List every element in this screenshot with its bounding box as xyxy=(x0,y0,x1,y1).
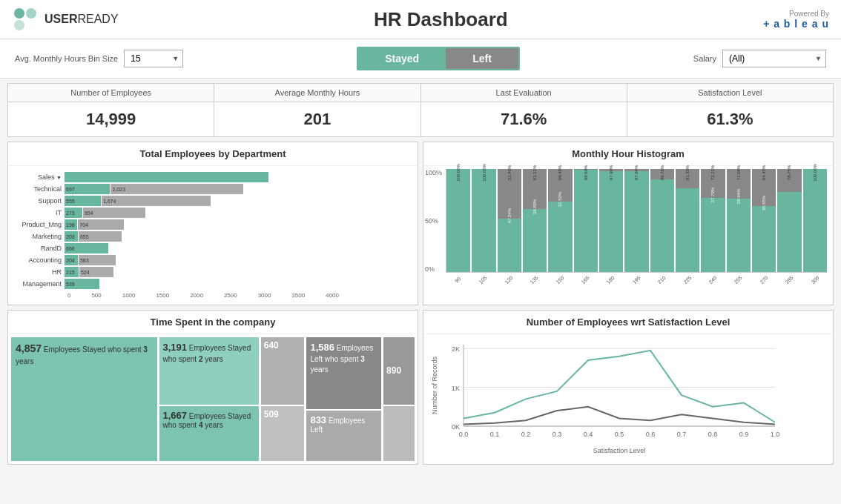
time-panel: Time Spent in the company 4,857 Employee… xyxy=(7,310,418,465)
svg-point-2 xyxy=(14,20,24,30)
svg-text:0.2: 0.2 xyxy=(521,431,531,438)
logo: USERREADY xyxy=(12,6,119,33)
tree-cell-7: 1,667 Employees Stayed who spent 4 years xyxy=(159,406,259,461)
tree-cell-2: 3,191 Employees Stayed who spent 2 years xyxy=(159,337,259,405)
svg-text:0.4: 0.4 xyxy=(584,431,593,438)
tree-col-4: 1,586 Employees Left who spent 3 years 8… xyxy=(306,337,381,461)
left-toggle-btn[interactable]: Left xyxy=(446,48,518,69)
tree-cell-3: 640 xyxy=(261,337,305,405)
histogram-panel: Monthly Hour Histogram 100%50%0% 100.00%… xyxy=(423,142,834,305)
kpi-evaluation: Last Evaluation 71.6% xyxy=(421,84,627,136)
salary-select-wrapper: (All) Low Medium High xyxy=(722,50,826,67)
svg-text:2K: 2K xyxy=(452,345,460,353)
svg-text:Satisfaction Level: Satisfaction Level xyxy=(593,447,646,454)
kpi-employees: Number of Employees 14,999 xyxy=(8,84,214,136)
salary-label: Salary xyxy=(693,54,716,63)
hist-bar: 64.45% 35.55% xyxy=(752,169,776,272)
stayed-toggle-btn[interactable]: Stayed xyxy=(358,48,446,69)
kpi-employees-value: 14,999 xyxy=(8,102,214,136)
charts-row-1: Total Employees by Department Sales ▼ Te… xyxy=(7,142,834,305)
hist-bar: 78.75% xyxy=(777,169,801,272)
tree-col-5: 890 xyxy=(383,337,415,461)
dept-chart-title: Total Employees by Department xyxy=(8,142,418,166)
kpi-hours-label: Average Monthly Hours xyxy=(214,84,420,102)
dept-row: HR 215 524 xyxy=(14,267,415,277)
tree-cell-4: 1,586 Employees Left who spent 3 years xyxy=(306,337,381,409)
kpi-row: Number of Employees 14,999 Average Month… xyxy=(7,83,834,137)
logo-ready: READY xyxy=(77,13,118,25)
bin-size-select[interactable]: 15 30 45 xyxy=(124,50,183,67)
svg-point-0 xyxy=(14,8,24,19)
tree-cell-5: 890 xyxy=(383,337,415,405)
tree-cell-9 xyxy=(383,406,415,461)
kpi-satisfaction-label: Satisfaction Level xyxy=(627,84,833,102)
treemap-body: 4,857 Employees Stayed who spent 3 years… xyxy=(8,334,418,464)
hist-bar: 100.00% xyxy=(446,169,470,272)
histogram-title: Monthly Hour Histogram xyxy=(423,142,833,166)
hist-bar: 71.06% 28.94% xyxy=(727,169,751,272)
dept-row: Management 539 xyxy=(14,279,415,289)
hist-bar: 72.21% 27.79% xyxy=(701,169,725,272)
sat-chart-title: Number of Employees wrt Satisfaction Lev… xyxy=(423,311,833,334)
hist-bar: 52.46% 47.54% xyxy=(498,169,521,272)
svg-text:0.0: 0.0 xyxy=(459,431,469,438)
logo-icon xyxy=(12,6,39,33)
hist-bar: 68.48% 31.52% xyxy=(548,169,572,272)
sat-line-chart: 0K 1K 2K0.00.10.20.30.40.50.60.70.80.91.… xyxy=(426,337,790,456)
dept-chart-panel: Total Employees by Department Sales ▼ Te… xyxy=(7,142,418,305)
svg-text:0.6: 0.6 xyxy=(646,431,656,438)
dept-chart-body: Sales ▼ Technical 697 2,023 Support 555 … xyxy=(8,166,418,305)
hist-bar: 97.90% xyxy=(599,169,623,272)
charts-row-2: Time Spent in the company 4,857 Employee… xyxy=(7,310,834,465)
dashboard-title: HR Dashboard xyxy=(374,8,508,31)
salary-select[interactable]: (All) Low Medium High xyxy=(722,50,826,67)
kpi-hours-value: 201 xyxy=(214,102,420,136)
hist-bar: 100.00% xyxy=(803,169,827,272)
sat-panel: Number of Employees wrt Satisfaction Lev… xyxy=(423,310,834,465)
svg-text:0.3: 0.3 xyxy=(553,431,562,438)
svg-text:1K: 1K xyxy=(452,385,460,392)
bin-size-control: Avg. Monthly Hours Bin Size 15 30 45 xyxy=(15,50,183,67)
stayed-left-toggle: Stayed Left xyxy=(357,47,520,70)
kpi-employees-label: Number of Employees xyxy=(8,84,214,102)
svg-text:0K: 0K xyxy=(452,423,460,431)
tree-cell-1: 4,857 Employees Stayed who spent 3 years xyxy=(11,337,157,461)
kpi-evaluation-label: Last Evaluation xyxy=(421,84,627,102)
header: USERREADY HR Dashboard Powered By + a b … xyxy=(0,0,841,39)
svg-point-1 xyxy=(26,8,36,19)
histogram-body: 100%50%0% 100.00% 100.00% 52.46% 47.54% … xyxy=(423,166,833,282)
dept-row: Marketing 203 655 xyxy=(14,231,415,242)
dept-row: RandD 666 xyxy=(14,243,415,253)
salary-control: Salary (All) Low Medium High xyxy=(693,50,826,67)
svg-text:1.0: 1.0 xyxy=(771,431,780,438)
hist-bar: 61.11% 38.89% xyxy=(523,169,547,272)
dept-row: Technical 697 2,023 xyxy=(14,184,415,194)
bin-size-label: Avg. Monthly Hours Bin Size xyxy=(15,54,118,63)
sat-chart-body: 0K 1K 2K0.00.10.20.30.40.50.60.70.80.91.… xyxy=(423,334,833,461)
tree-cell-6: 509 xyxy=(261,406,305,461)
kpi-hours: Average Monthly Hours 201 xyxy=(214,84,420,136)
tableau-branding: Powered By + a b l e a u xyxy=(763,10,829,30)
dept-row: Support 555 1,674 xyxy=(14,196,415,206)
dept-row: Accounting 204 563 xyxy=(14,255,415,265)
logo-user: USER xyxy=(44,13,77,25)
svg-text:0.5: 0.5 xyxy=(615,431,624,438)
kpi-evaluation-value: 71.6% xyxy=(421,102,627,136)
hist-bar: 81.33% xyxy=(676,169,699,272)
svg-text:0.7: 0.7 xyxy=(677,431,687,438)
tree-col-3: 640 509 xyxy=(261,337,305,461)
svg-text:0.1: 0.1 xyxy=(490,431,500,438)
tree-cell-8: 833 Employees Left xyxy=(306,411,381,461)
time-chart-title: Time Spent in the company xyxy=(8,311,418,334)
svg-text:0.8: 0.8 xyxy=(708,431,718,438)
hist-bar: 97.94% xyxy=(624,169,648,272)
hist-bar: 89.76% xyxy=(650,169,674,272)
svg-text:Number of Records: Number of Records xyxy=(431,356,438,414)
controls-bar: Avg. Monthly Hours Bin Size 15 30 45 Sta… xyxy=(0,39,841,79)
hist-bar: 98.69% xyxy=(574,169,598,272)
svg-text:0.9: 0.9 xyxy=(739,431,749,438)
kpi-satisfaction-value: 61.3% xyxy=(627,102,833,136)
dept-row: IT 273 954 xyxy=(14,208,415,218)
tree-col-2: 3,191 Employees Stayed who spent 2 years… xyxy=(159,337,259,461)
hist-bar: 100.00% xyxy=(472,169,495,272)
